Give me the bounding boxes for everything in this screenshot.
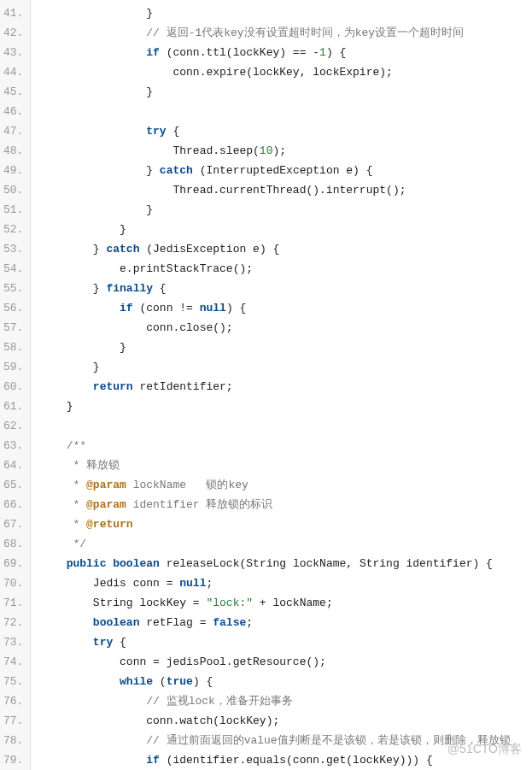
line-number: 43. [3, 43, 23, 62]
code-line: } catch (InterruptedException e) { [39, 161, 532, 180]
token: // 监视lock，准备开始事务 [146, 695, 293, 708]
code-line: * 释放锁 [39, 456, 532, 475]
line-number: 71. [3, 593, 23, 613]
line-number: 55. [3, 279, 23, 298]
token: @return [86, 518, 133, 531]
code-line: } [39, 338, 532, 357]
token: * 释放锁 [73, 459, 120, 472]
token: } [146, 203, 153, 216]
code-line: conn = jedisPool.getResource(); [39, 652, 532, 672]
code-line: } [39, 3, 532, 23]
line-number: 54. [3, 259, 23, 279]
token: releaseLock(String lockName, String iden… [160, 557, 493, 570]
token: } [146, 164, 160, 177]
line-number: 48. [3, 141, 23, 161]
token: ; [246, 616, 253, 629]
line-number: 58. [3, 338, 23, 357]
token: * [73, 479, 86, 491]
token: try [93, 636, 113, 649]
token: return [93, 380, 133, 393]
token: while [120, 675, 153, 688]
line-number: 67. [3, 514, 23, 534]
token: ( [153, 675, 167, 688]
line-number: 69. [3, 554, 23, 573]
line-number: 73. [3, 632, 23, 652]
token: catch [106, 243, 139, 256]
code-line: } [39, 397, 532, 416]
code-line: try { [39, 121, 532, 141]
code-line: conn.expire(lockKey, lockExpire); [39, 62, 532, 82]
token: + lockName; [253, 597, 333, 609]
watermark-text: @51CTO博客 [447, 738, 522, 760]
code-line: return retIdentifier; [39, 377, 532, 397]
token: conn.watch(lockKey); [146, 714, 279, 727]
token: ; [206, 577, 213, 590]
line-number: 66. [3, 495, 23, 514]
line-number: 59. [3, 357, 23, 377]
token: e.printStackTrace(); [120, 262, 253, 275]
line-number: 42. [3, 23, 23, 43]
token: conn.expire(lockKey, lockExpire); [172, 66, 392, 79]
token: (InterruptedException e) { [193, 164, 373, 177]
code-line: * @return [39, 514, 532, 534]
token: @param [86, 498, 126, 511]
code-line: } catch (JedisException e) { [39, 239, 532, 259]
code-line: } finally { [39, 279, 532, 298]
token: true [167, 675, 193, 688]
token: } [120, 223, 126, 236]
token: (identifier.equals(conn.get(lockKey))) { [160, 754, 433, 767]
token: 10 [260, 144, 273, 157]
line-number: 41. [3, 3, 23, 23]
line-number: 51. [3, 200, 23, 220]
line-number: 63. [3, 436, 23, 456]
token: conn.close(); [146, 321, 232, 334]
code-line: if (conn != null) { [39, 298, 532, 318]
line-number: 75. [3, 672, 23, 691]
token: (conn.ttl(lockKey) == - [160, 46, 319, 59]
token: (JedisException e) { [139, 243, 279, 256]
token: { [167, 125, 180, 138]
code-line: * @param identifier 释放锁的标识 [39, 495, 532, 514]
line-number: 47. [3, 121, 23, 141]
line-number: 56. [3, 298, 23, 318]
line-number: 77. [3, 711, 23, 731]
token: retFlag = [139, 616, 213, 629]
code-line: conn.close(); [39, 318, 532, 338]
token: Thread.sleep( [172, 144, 259, 157]
line-number: 50. [3, 180, 23, 200]
token: catch [160, 164, 193, 177]
line-number: 53. [3, 239, 23, 259]
token: null [200, 302, 226, 314]
code-line: conn.watch(lockKey); [39, 711, 532, 731]
code-line: /** [39, 436, 532, 456]
token: } [146, 7, 153, 20]
token: identifier 释放锁的标识 [126, 498, 273, 511]
code-line: boolean retFlag = false; [39, 613, 532, 632]
line-number: 52. [3, 220, 23, 239]
token: { [153, 282, 167, 295]
code-line: e.printStackTrace(); [39, 259, 532, 279]
token: } [93, 361, 100, 373]
token: ) { [326, 46, 346, 59]
token: boolean [113, 557, 160, 570]
token: "lock:" [206, 597, 253, 609]
line-number: 60. [3, 377, 23, 397]
token: try [146, 125, 166, 138]
code-line: if (conn.ttl(lockKey) == -1) { [39, 43, 532, 62]
line-number: 65. [3, 475, 23, 495]
token: 1 [319, 46, 326, 59]
code-line: } [39, 357, 532, 377]
line-number: 70. [3, 573, 23, 593]
token: null [179, 577, 206, 590]
token: { [113, 636, 126, 649]
token: } [93, 282, 107, 295]
code-line: */ [39, 534, 532, 554]
line-number: 44. [3, 62, 23, 82]
line-number: 64. [3, 456, 23, 475]
token: } [120, 341, 126, 354]
token: */ [73, 538, 86, 550]
code-line: // 监视lock，准备开始事务 [39, 691, 532, 711]
code-line: } [39, 200, 532, 220]
code-line: Thread.sleep(10); [39, 141, 532, 161]
token: Thread.currentThread().interrupt(); [172, 184, 406, 197]
